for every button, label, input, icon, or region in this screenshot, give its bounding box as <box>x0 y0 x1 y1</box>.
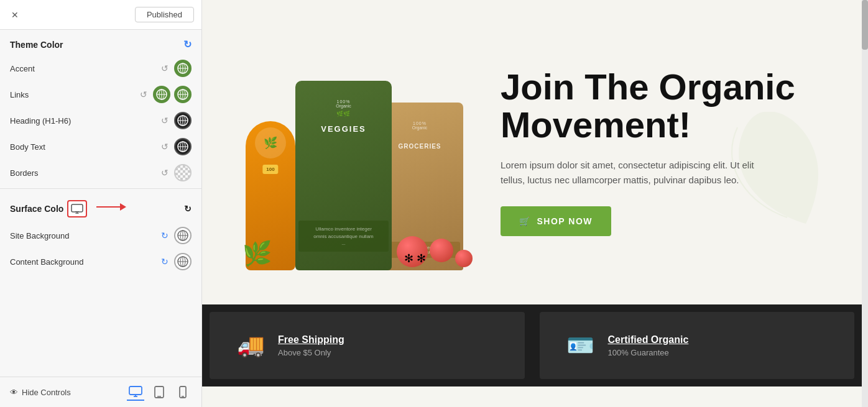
certified-organic-subtitle: 100% Guarantee <box>608 348 689 357</box>
site-background-globe-swatch[interactable] <box>174 227 192 244</box>
surface-color-refresh-icon[interactable]: ↻ <box>184 204 192 214</box>
surface-color-label: Surface Colo <box>10 204 63 214</box>
borders-controls: ↺ <box>159 164 192 181</box>
certified-organic-text: Certified Organic 100% Guarantee <box>608 334 689 357</box>
spice-decoration: ✻ ✻ <box>404 252 426 265</box>
body-text-reset-icon[interactable]: ↺ <box>159 141 170 152</box>
basil-decoration: 🌿 <box>242 240 272 267</box>
heading-controls: ↺ <box>159 112 192 129</box>
surface-color-section-header: Surface Colo ↻ <box>0 191 201 222</box>
body-text-controls: ↺ <box>159 138 192 155</box>
panel-footer: 👁 Hide Controls <box>0 377 201 407</box>
right-scrollbar[interactable] <box>862 0 868 407</box>
hero-image-area: 🌿 100 Ullamco inventore integeromnis acc… <box>227 34 488 270</box>
accent-label: Accent <box>10 64 159 73</box>
tablet-device-icon[interactable] <box>150 383 168 401</box>
product-bags: 🌿 100 Ullamco inventore integeromnis acc… <box>239 59 476 270</box>
body-text-label: Body Text <box>10 142 159 152</box>
hero-heading: Join The Organic Movement! <box>501 68 837 144</box>
tan-bag-label: GROCERIES <box>398 143 441 150</box>
svg-rect-20 <box>72 204 83 212</box>
body-text-row: Body Text ↺ <box>0 134 201 160</box>
eye-icon: 👁 <box>10 388 18 397</box>
borders-label: Borders <box>10 168 159 178</box>
features-section: 🚚 Free Shipping Above $5 Only 🪪 Certifie… <box>202 304 862 386</box>
green-bag-label: VEGGIES <box>321 124 366 134</box>
mobile-device-icon[interactable] <box>174 383 192 401</box>
svg-rect-32 <box>129 386 142 395</box>
content-background-row: Content Background ↻ <box>0 249 201 275</box>
free-shipping-text: Free Shipping Above $5 Only <box>278 334 344 357</box>
left-panel: ✕ Published Theme Color ↻ Accent ↺ Links… <box>0 0 202 407</box>
links-controls: ↺ <box>138 86 192 103</box>
site-background-label: Site Background <box>10 231 159 240</box>
links-row: Links ↺ <box>0 81 201 107</box>
theme-color-label: Theme Color <box>10 40 63 50</box>
hero-body-text: Lorem ipsum dolor sit amet, consectetur … <box>501 158 762 188</box>
monitor-highlight-box <box>67 200 87 217</box>
free-shipping-icon: 🚚 <box>234 329 267 362</box>
device-icons-group <box>127 383 192 401</box>
accent-row: Accent ↺ <box>0 55 201 81</box>
links-reset-icon[interactable]: ↺ <box>138 89 149 100</box>
cart-icon: 🛒 <box>519 216 531 226</box>
links-color-swatch-2[interactable] <box>174 86 192 103</box>
green-bag: Ullamco inventore integeromnis accusanti… <box>295 81 392 270</box>
site-background-row: Site Background ↻ <box>0 222 201 249</box>
links-label: Links <box>10 90 138 99</box>
certified-organic-icon: 🪪 <box>565 329 597 362</box>
free-shipping-title: Free Shipping <box>278 334 344 345</box>
borders-color-swatch[interactable] <box>174 164 192 181</box>
certified-organic-card: 🪪 Certified Organic 100% Guarantee <box>540 312 855 379</box>
scroll-thumb[interactable] <box>862 0 868 50</box>
accent-controls: ↺ <box>159 60 192 77</box>
site-background-controls: ↻ <box>159 227 192 244</box>
borders-row: Borders ↺ <box>0 160 201 186</box>
tomato-3 <box>455 250 473 267</box>
accent-reset-icon[interactable]: ↺ <box>159 63 170 74</box>
hero-text-area: Join The Organic Movement! Lorem ipsum d… <box>488 68 837 236</box>
free-shipping-card: 🚚 Free Shipping Above $5 Only <box>210 312 525 379</box>
surface-label-group: Surface Colo <box>10 200 87 217</box>
site-background-reset-icon[interactable]: ↻ <box>159 230 170 241</box>
body-text-color-swatch[interactable] <box>174 138 192 155</box>
content-background-globe-swatch[interactable] <box>174 253 192 270</box>
shop-now-button[interactable]: 🛒 SHOP NOW <box>501 206 611 236</box>
shop-now-label: SHOP NOW <box>537 216 593 226</box>
hide-controls-button[interactable]: 👁 Hide Controls <box>10 388 71 397</box>
content-background-reset-icon[interactable]: ↻ <box>159 256 170 267</box>
hide-controls-label: Hide Controls <box>22 388 71 397</box>
panel-header: ✕ Published <box>0 0 201 30</box>
content-background-controls: ↻ <box>159 253 192 270</box>
certified-organic-title: Certified Organic <box>608 334 689 345</box>
free-shipping-subtitle: Above $5 Only <box>278 348 344 357</box>
close-button[interactable]: ✕ <box>7 7 22 22</box>
borders-reset-icon[interactable]: ↺ <box>159 167 170 178</box>
tomato-2 <box>430 239 453 262</box>
content-background-label: Content Background <box>10 257 159 267</box>
links-color-swatch-1[interactable] <box>153 86 170 103</box>
heading-row: Heading (H1-H6) ↺ <box>0 107 201 134</box>
heading-label: Heading (H1-H6) <box>10 116 159 126</box>
panel-body: Theme Color ↻ Accent ↺ Links ↺ <box>0 30 201 377</box>
theme-color-section-header: Theme Color ↻ <box>0 30 201 55</box>
heading-color-swatch[interactable] <box>174 112 192 129</box>
main-content: 🌿 100 Ullamco inventore integeromnis acc… <box>202 0 862 407</box>
accent-color-swatch[interactable] <box>174 60 192 77</box>
published-button[interactable]: Published <box>135 7 194 22</box>
hero-section: 🌿 100 Ullamco inventore integeromnis acc… <box>202 0 862 304</box>
heading-reset-icon[interactable]: ↺ <box>159 115 170 126</box>
theme-color-refresh-icon[interactable]: ↻ <box>183 39 192 50</box>
desktop-device-icon[interactable] <box>127 383 144 401</box>
